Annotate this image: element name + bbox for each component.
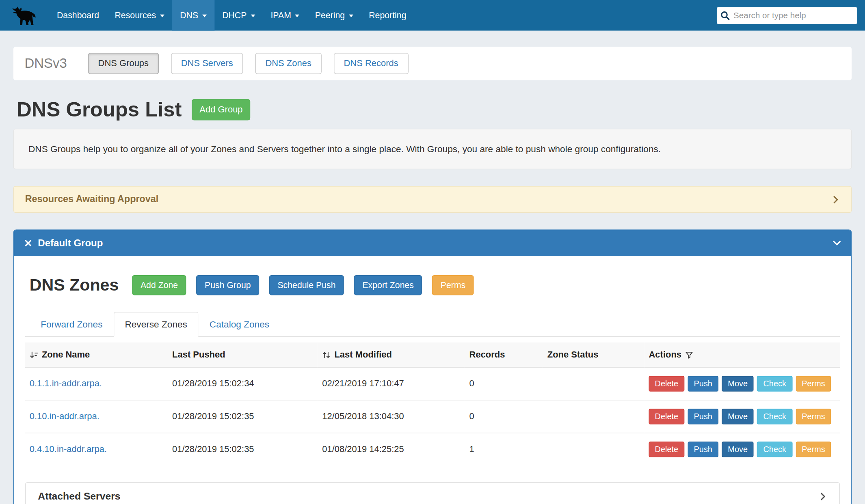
push-button[interactable]: Push <box>688 442 718 457</box>
col-records[interactable]: Records <box>465 342 543 367</box>
delete-button[interactable]: Delete <box>649 376 685 391</box>
zone-link[interactable]: 0.10.in-addr.arpa. <box>30 411 99 421</box>
group-perms-button[interactable]: Perms <box>432 275 474 295</box>
chevron-right-icon[interactable] <box>832 195 840 204</box>
nav-item-dashboard[interactable]: Dashboard <box>49 0 107 30</box>
last-pushed-value: 01/28/2019 15:02:34 <box>168 367 318 400</box>
records-value: 0 <box>465 367 543 400</box>
last-modified-value: 12/05/2018 13:04:30 <box>318 400 465 433</box>
export-zones-button[interactable]: Export Zones <box>354 275 422 295</box>
subnav-tab-dns-records[interactable]: DNS Records <box>334 53 409 74</box>
resources-awaiting-approval-bar[interactable]: Resources Awaiting Approval <box>13 186 852 213</box>
chevron-down-icon[interactable] <box>833 239 841 248</box>
zone-link[interactable]: 0.1.1.in-addr.arpa. <box>30 379 102 388</box>
move-button[interactable]: Move <box>722 409 754 424</box>
zones-table: Zone Name Last Pushed <box>25 342 840 465</box>
sort-descending-icon[interactable] <box>30 351 39 359</box>
subnav-tab-dns-groups[interactable]: DNS Groups <box>88 53 159 74</box>
dnsv3-brand: DNSv3 <box>24 56 67 71</box>
search-input[interactable] <box>732 10 854 21</box>
check-button[interactable]: Check <box>757 376 792 391</box>
nav-item-reporting[interactable]: Reporting <box>361 0 414 30</box>
move-button[interactable]: Move <box>722 376 754 391</box>
push-button[interactable]: Push <box>688 409 718 424</box>
records-value: 1 <box>465 433 543 465</box>
attached-servers-bar[interactable]: Attached Servers <box>25 482 840 504</box>
header-label: Actions <box>649 350 682 360</box>
col-zone-status[interactable]: Zone Status <box>543 342 644 367</box>
delete-button[interactable]: Delete <box>649 442 685 457</box>
default-group-panel: Default Group DNS Zones Add Zone Push Gr… <box>13 229 852 504</box>
nav-item-resources[interactable]: Resources <box>107 0 172 30</box>
group-title: Default Group <box>38 237 103 249</box>
group-panel-body: DNS Zones Add Zone Push Group Schedule P… <box>14 256 851 504</box>
dns-zones-header: DNS Zones Add Zone Push Group Schedule P… <box>25 275 840 295</box>
last-modified-value: 01/08/2019 14:25:25 <box>318 433 465 465</box>
col-actions: Actions <box>644 342 840 367</box>
caret-down-icon <box>160 15 164 17</box>
last-pushed-value: 01/28/2019 15:02:35 <box>168 433 318 465</box>
search-icon <box>720 10 732 20</box>
move-button[interactable]: Move <box>722 442 754 457</box>
page-header: DNS Groups List Add Group <box>17 98 848 122</box>
subnav-tab-dns-zones[interactable]: DNS Zones <box>255 53 322 74</box>
sort-updown-icon[interactable] <box>322 351 331 359</box>
col-last-pushed[interactable]: Last Pushed <box>168 342 318 367</box>
x-icon[interactable] <box>24 239 32 248</box>
nav-label: IPAM <box>270 10 291 20</box>
table-row: 0.1.1.in-addr.arpa. 01/28/2019 15:02:34 … <box>25 367 840 400</box>
col-last-modified[interactable]: Last Modified <box>318 342 465 367</box>
page-title: DNS Groups List <box>17 98 182 122</box>
zone-status-value <box>543 433 644 465</box>
records-value: 0 <box>465 400 543 433</box>
zone-link[interactable]: 0.4.10.in-addr.arpa. <box>30 444 107 454</box>
group-panel-header[interactable]: Default Group <box>14 230 851 256</box>
nav-item-dhcp[interactable]: DHCP <box>214 0 263 30</box>
dns-zones-title: DNS Zones <box>30 276 119 295</box>
nav-label: Reporting <box>369 10 406 20</box>
table-header-row: Zone Name Last Pushed <box>25 342 840 367</box>
nav-label: Peering <box>315 10 345 20</box>
header-label: Records <box>469 350 505 360</box>
last-pushed-value: 01/28/2019 15:02:35 <box>168 400 318 433</box>
perms-button[interactable]: Perms <box>796 409 831 424</box>
push-button[interactable]: Push <box>688 376 718 391</box>
header-label: Last Pushed <box>172 350 225 360</box>
nav-label: Dashboard <box>57 10 99 20</box>
add-zone-button[interactable]: Add Zone <box>132 275 186 295</box>
header-label: Last Modified <box>334 350 392 360</box>
perms-button[interactable]: Perms <box>796 376 831 391</box>
description-well: DNS Groups help you to organize all of y… <box>13 129 852 169</box>
caret-down-icon <box>295 15 299 17</box>
nav-item-dns[interactable]: DNS <box>172 0 214 30</box>
nav-item-peering[interactable]: Peering <box>307 0 361 30</box>
check-button[interactable]: Check <box>757 409 792 424</box>
table-row: 0.4.10.in-addr.arpa. 01/28/2019 15:02:35… <box>25 433 840 465</box>
last-modified-value: 02/21/2019 17:10:47 <box>318 367 465 400</box>
chevron-right-icon[interactable] <box>819 492 827 501</box>
perms-button[interactable]: Perms <box>796 442 831 457</box>
attached-servers-label: Attached Servers <box>38 491 120 502</box>
moose-logo-icon[interactable] <box>0 0 49 30</box>
add-group-button[interactable]: Add Group <box>192 99 251 120</box>
header-label: Zone Name <box>42 350 90 360</box>
nav-label: DNS <box>180 10 198 20</box>
tab-forward-zones[interactable]: Forward Zones <box>30 312 114 337</box>
check-button[interactable]: Check <box>757 442 792 457</box>
push-group-button[interactable]: Push Group <box>196 275 259 295</box>
description-text: DNS Groups help you to organize all of y… <box>28 144 661 154</box>
tab-reverse-zones[interactable]: Reverse Zones <box>114 312 198 337</box>
zone-tabs: Forward Zones Reverse Zones Catalog Zone… <box>25 312 840 337</box>
delete-button[interactable]: Delete <box>649 409 685 424</box>
approval-label: Resources Awaiting Approval <box>25 194 158 205</box>
page: Dashboard Resources DNS DHCP IPAM Peerin… <box>0 0 865 504</box>
tab-catalog-zones[interactable]: Catalog Zones <box>198 312 280 337</box>
nav-item-ipam[interactable]: IPAM <box>263 0 307 30</box>
dns-subnav: DNSv3 DNS Groups DNS Servers DNS Zones D… <box>13 47 852 80</box>
subnav-tab-dns-servers[interactable]: DNS Servers <box>171 53 243 74</box>
moose-icon <box>10 2 39 28</box>
filter-funnel-icon[interactable] <box>685 351 693 359</box>
schedule-push-button[interactable]: Schedule Push <box>269 275 344 295</box>
col-zone-name[interactable]: Zone Name <box>25 342 168 367</box>
global-search <box>717 7 857 24</box>
